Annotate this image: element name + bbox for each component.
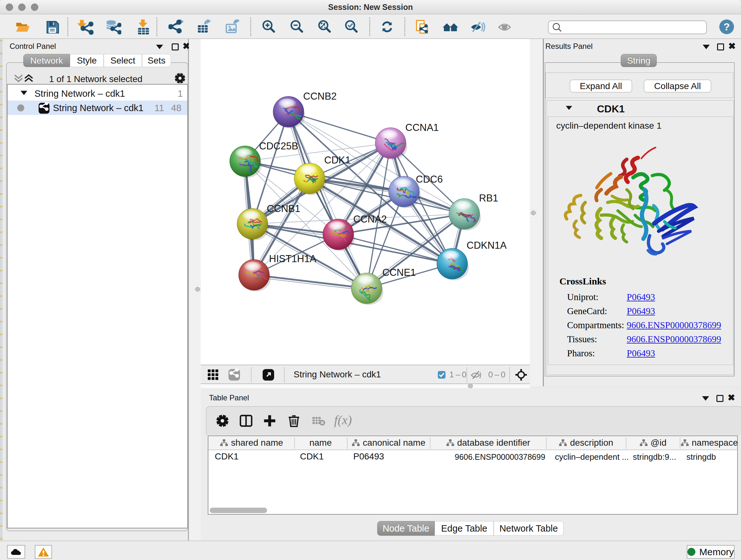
- svg-text:RB1: RB1: [479, 192, 498, 204]
- svg-text:CDKN1A: CDKN1A: [467, 240, 507, 251]
- svg-text:CDK1: CDK1: [324, 154, 351, 166]
- svg-text:CCNB1: CCNB1: [267, 203, 300, 214]
- svg-text:CCNA2: CCNA2: [353, 213, 387, 225]
- svg-text:CCNB2: CCNB2: [303, 91, 337, 102]
- svg-text:CDC25B: CDC25B: [259, 140, 298, 152]
- svg-text:CCNE1: CCNE1: [382, 267, 416, 278]
- svg-text:CDC6: CDC6: [416, 174, 443, 185]
- svg-text:HIST1H1A: HIST1H1A: [269, 253, 316, 264]
- svg-text:CCNA1: CCNA1: [405, 122, 439, 133]
